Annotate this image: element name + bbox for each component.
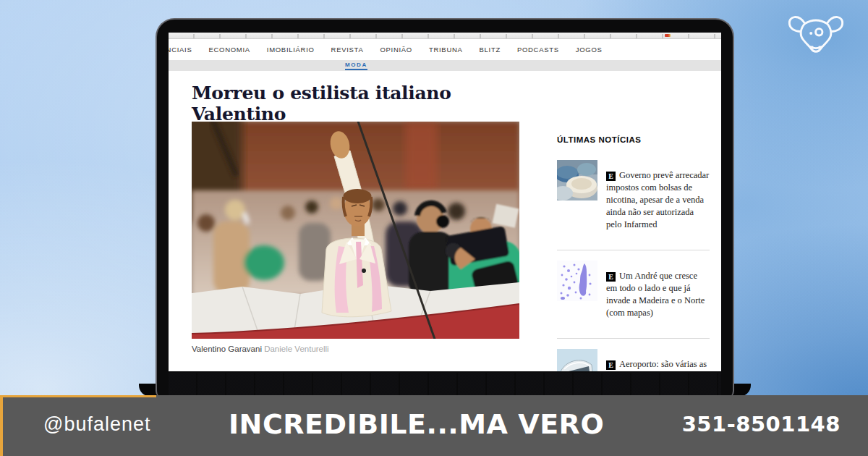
news-item-nicotine[interactable]: EGoverno prevê arrecadar impostos com bo… (557, 160, 710, 240)
nav-item-economia[interactable]: ECONOMIA (208, 46, 250, 54)
photo-credit: Daniele Venturelli (264, 345, 329, 353)
article-headline: Morreu o estilista italiano Valentino (192, 83, 539, 124)
airport-terminal-thumbnail (557, 349, 597, 371)
bull-icon (784, 9, 848, 58)
nav-item-blitz[interactable]: BLITZ (480, 46, 501, 54)
news-item-text: EGoverno prevê arrecadar impostos com bo… (606, 169, 710, 231)
sidebar-divider (557, 250, 710, 250)
news-item-text: EAeroporto: são várias as perguntas sem … (606, 358, 710, 372)
news-item-text: EUm André que cresce em todo o lado e qu… (606, 270, 710, 319)
social-handle: @bufalenet (43, 413, 151, 436)
expresso-badge-icon: E (606, 272, 616, 282)
nav-item-podcasts[interactable]: PODCASTS (517, 46, 559, 54)
nav-item-revista[interactable]: REVISTA (331, 46, 364, 54)
expresso-badge-icon: E (606, 172, 616, 181)
article-category[interactable]: MODA (345, 62, 367, 70)
site-navbar: DENCIAIS ECONOMIA IMOBILIÁRIO REVISTA OP… (169, 39, 721, 60)
news-item-airport[interactable]: EAeroporto: são várias as perguntas sem … (557, 349, 710, 371)
browser-tab-strip[interactable] (169, 33, 721, 39)
nav-item-tribuna[interactable]: TRIBUNA (429, 46, 463, 54)
nav-item-imobiliario[interactable]: IMOBILIÁRIO (267, 46, 315, 54)
nav-item-denciais[interactable]: DENCIAIS (169, 46, 192, 54)
laptop-frame: DENCIAIS ECONOMIA IMOBILIÁRIO REVISTA OP… (156, 18, 734, 398)
nicotine-pouch-tins-thumbnail (557, 160, 597, 200)
photo-caption-text: Valentino Garavani (192, 345, 262, 353)
expresso-badge-icon: E (606, 360, 616, 370)
laptop-screen: DENCIAIS ECONOMIA IMOBILIÁRIO REVISTA OP… (169, 33, 721, 371)
article-photo (192, 122, 519, 339)
sidebar-divider (557, 338, 710, 339)
nav-item-jogos[interactable]: JOGOS (576, 46, 603, 54)
nav-item-opiniao[interactable]: OPINIÃO (380, 46, 412, 54)
photo-caption: Valentino Garavani Daniele Venturelli (192, 345, 329, 353)
news-item-andre-map[interactable]: EUm André que cresce em todo o lado e qu… (557, 261, 710, 328)
browser-favicon-dot (665, 34, 671, 37)
banner-accent-line (0, 395, 156, 397)
bottom-banner: @bufalenet INCREDIBILE...MA VERO 351-850… (0, 395, 868, 456)
portugal-map-thumbnail (557, 261, 597, 301)
latest-news-sidebar: ÚLTIMAS NOTÍCIAS EGoverno p (557, 135, 710, 371)
header-divider-band (169, 60, 721, 71)
sidebar-title: ÚLTIMAS NOTÍCIAS (557, 135, 710, 144)
laptop-keyboard (169, 373, 721, 397)
phone-number: 351-8501148 (682, 412, 841, 436)
banner-slogan: INCREDIBILE...MA VERO (229, 408, 604, 440)
